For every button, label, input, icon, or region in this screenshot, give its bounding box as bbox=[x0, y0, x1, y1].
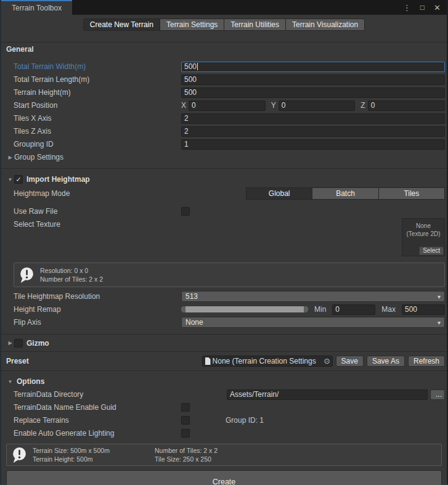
tiles-x-axis-label: Tiles X Axis bbox=[1, 114, 181, 123]
options-header: ▼ Options bbox=[1, 375, 447, 388]
gizmo-title: Gizmo bbox=[26, 339, 49, 348]
preset-object-value: None (Terrain Creation Settings bbox=[213, 357, 322, 365]
create-terrain-panel: General Total Terrain Width(m) 500 Total… bbox=[1, 35, 447, 485]
foldout-collapsed-icon[interactable]: ▶ bbox=[6, 340, 14, 346]
max-label: Max bbox=[381, 305, 396, 314]
gizmo-checkbox[interactable] bbox=[14, 339, 23, 348]
object-picker-icon[interactable]: ⊙ bbox=[324, 357, 330, 365]
window-tab-label: Terrain Toolbox bbox=[12, 4, 62, 12]
terrain-height-field[interactable]: 500 bbox=[181, 88, 445, 98]
tab-terrain-settings[interactable]: Terrain Settings bbox=[160, 18, 224, 31]
height-remap-min-field[interactable]: 0 bbox=[332, 304, 375, 315]
preset-save-button[interactable]: Save bbox=[336, 356, 364, 367]
tiles-z-axis-label: Tiles Z Axis bbox=[1, 127, 181, 136]
terraindata-name-enable-guid-label: TerrainData Name Enable Guid bbox=[1, 403, 181, 412]
resolution-info-box: Resolution: 0 x 0 Number of Tiles: 2 x 2 bbox=[14, 263, 445, 287]
heightmap-mode-label: Heightmap Mode bbox=[1, 189, 181, 198]
heightmap-mode-tiles-button[interactable]: Tiles bbox=[378, 187, 445, 200]
tile-heightmap-resolution-dropdown[interactable]: 513 ▾ bbox=[181, 291, 445, 302]
terrain-height-row: Terrain Height(m) 500 bbox=[1, 86, 447, 99]
tab-terrain-utilities[interactable]: Terrain Utilities bbox=[224, 18, 286, 31]
flip-axis-dropdown[interactable]: None ▾ bbox=[181, 317, 445, 328]
terraindata-name-enable-guid-checkbox[interactable] bbox=[181, 403, 190, 412]
start-position-y-field[interactable]: 0 bbox=[279, 100, 356, 111]
tab-create-new-terrain[interactable]: Create New Terrain bbox=[83, 18, 160, 31]
grouping-id-field[interactable]: 1 bbox=[181, 139, 445, 150]
preset-row: Preset None (Terrain Creation Settings ⊙… bbox=[1, 352, 447, 370]
preset-label: Preset bbox=[6, 357, 29, 365]
info-bubble-icon bbox=[18, 266, 35, 283]
heightmap-mode-global-button[interactable]: Global bbox=[246, 187, 312, 200]
height-remap-label: Height Remap bbox=[1, 305, 181, 314]
close-icon[interactable]: ✕ bbox=[434, 4, 441, 12]
select-texture-label: Select Texture bbox=[1, 218, 181, 230]
preset-refresh-button[interactable]: Refresh bbox=[408, 356, 445, 367]
use-raw-file-row: Use Raw File bbox=[1, 205, 447, 218]
terraindata-directory-field[interactable]: Assets/Terrain/ bbox=[227, 389, 428, 400]
use-raw-file-checkbox[interactable] bbox=[181, 207, 190, 216]
info-bubble-icon bbox=[10, 446, 28, 463]
group-id-text: Group ID: 1 bbox=[226, 416, 264, 425]
tile-heightmap-resolution-label: Tile Heightmap Resolution bbox=[1, 292, 181, 301]
start-position-row: Start Position X 0 Y 0 Z 0 bbox=[1, 99, 447, 112]
enable-auto-generate-lighting-checkbox[interactable] bbox=[181, 429, 190, 438]
height-remap-max-field[interactable]: 500 bbox=[402, 304, 445, 315]
preset-save-as-button[interactable]: Save As bbox=[367, 356, 405, 367]
import-heightmap-title: Import Heightmap bbox=[26, 175, 90, 184]
general-section-header: General bbox=[1, 43, 447, 55]
z-axis-label: Z bbox=[360, 101, 365, 110]
resolution-info-line: Resolution: 0 x 0 bbox=[40, 266, 103, 275]
foldout-collapsed-icon: ▶ bbox=[6, 155, 14, 160]
select-texture-row: Select Texture None (Texture 2D) Select bbox=[1, 218, 447, 259]
terrain-toolbox-window: Terrain Toolbox ⋮ □ ✕ Create New Terrain… bbox=[0, 0, 448, 485]
replace-terrains-checkbox[interactable] bbox=[181, 416, 190, 425]
slider-min-handle[interactable] bbox=[181, 306, 185, 312]
start-position-z-field[interactable]: 0 bbox=[368, 100, 445, 111]
start-position-x-field[interactable]: 0 bbox=[189, 100, 266, 111]
summary-number-of-tiles: Number of Tiles: 2 x 2 bbox=[155, 446, 272, 455]
chevron-down-icon: ▾ bbox=[438, 319, 441, 326]
browse-directory-button[interactable]: ... bbox=[430, 389, 445, 400]
use-raw-file-label: Use Raw File bbox=[1, 207, 181, 216]
total-terrain-length-label: Total Terrain Length(m) bbox=[1, 75, 181, 84]
total-terrain-length-row: Total Terrain Length(m) 500 bbox=[1, 73, 447, 86]
tile-heightmap-resolution-row: Tile Heightmap Resolution 513 ▾ bbox=[1, 290, 447, 303]
foldout-expanded-icon[interactable]: ▼ bbox=[6, 379, 14, 385]
flip-axis-label: Flip Axis bbox=[1, 318, 181, 327]
check-icon: ✓ bbox=[15, 176, 21, 183]
tiles-z-axis-field[interactable]: 2 bbox=[181, 126, 445, 137]
total-terrain-length-field[interactable]: 500 bbox=[181, 75, 445, 85]
import-heightmap-checkbox[interactable]: ✓ bbox=[14, 175, 23, 184]
texture-object-field[interactable]: None (Texture 2D) Select bbox=[402, 218, 445, 256]
preset-object-field[interactable]: None (Terrain Creation Settings ⊙ bbox=[202, 356, 333, 367]
total-terrain-width-label: Total Terrain Width(m) bbox=[1, 62, 181, 71]
create-button[interactable]: Create bbox=[6, 470, 442, 485]
x-axis-label: X bbox=[181, 101, 186, 110]
foldout-expanded-icon[interactable]: ▼ bbox=[6, 177, 14, 182]
grouping-id-row: Grouping ID 1 bbox=[1, 138, 447, 150]
start-position-label: Start Position bbox=[1, 101, 181, 110]
texture-select-button[interactable]: Select bbox=[419, 247, 444, 255]
tab-terrain-visualization[interactable]: Terrain Visualization bbox=[285, 18, 365, 31]
heightmap-mode-batch-button[interactable]: Batch bbox=[312, 187, 378, 200]
kebab-menu-icon[interactable]: ⋮ bbox=[403, 4, 411, 12]
height-remap-row: Height Remap Min 0 Max 500 bbox=[1, 303, 447, 316]
texture-type-label: (Texture 2D) bbox=[402, 230, 444, 238]
terraindata-directory-row: TerrainData Directory Assets/Terrain/ ..… bbox=[1, 388, 447, 401]
options-title: Options bbox=[17, 377, 44, 386]
total-terrain-width-row: Total Terrain Width(m) 500 bbox=[1, 60, 447, 73]
maximize-icon[interactable]: □ bbox=[420, 4, 425, 11]
total-terrain-width-field[interactable]: 500 bbox=[181, 62, 445, 72]
enable-auto-generate-lighting-label: Enable Auto Generate Lighting bbox=[1, 429, 181, 438]
height-remap-range-slider[interactable] bbox=[181, 306, 308, 312]
slider-max-handle[interactable] bbox=[304, 306, 308, 312]
group-settings-foldout[interactable]: ▶ Group Settings bbox=[1, 151, 447, 163]
text-cursor bbox=[197, 63, 198, 70]
preset-asset-icon bbox=[205, 357, 211, 365]
chevron-down-icon: ▾ bbox=[438, 293, 441, 300]
group-settings-label: Group Settings bbox=[14, 153, 63, 161]
import-heightmap-header: ▼ ✓ Import Heightmap bbox=[1, 173, 447, 186]
tiles-x-axis-field[interactable]: 2 bbox=[181, 113, 445, 124]
window-tab-terrain-toolbox[interactable]: Terrain Toolbox bbox=[1, 0, 72, 15]
heightmap-mode-segments: Global Batch Tiles bbox=[246, 187, 445, 200]
